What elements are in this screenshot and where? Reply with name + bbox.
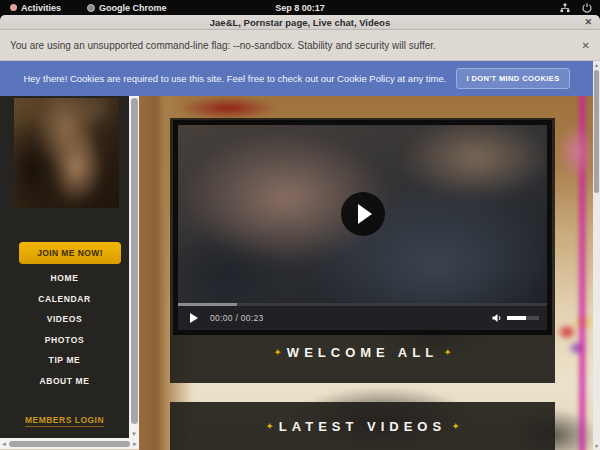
- time-display: 00:00 / 00:23: [210, 313, 264, 323]
- flag-warning-close-button[interactable]: ✕: [582, 40, 590, 51]
- sidebar-item-tip-me[interactable]: TIP ME: [0, 350, 129, 371]
- sidebar-vscroll-thumb[interactable]: [131, 98, 138, 424]
- sidebar-item-photos[interactable]: PHOTOS: [0, 330, 129, 351]
- cookie-message: Hey there! Cookies are required to use t…: [23, 73, 446, 84]
- window-title-bar[interactable]: Jae&L, Pornstar page, Live chat, Videos …: [0, 15, 600, 30]
- main-content: 00:00 / 00:23 ✦WELCOME ALL✦ ✦LATEST V: [139, 96, 593, 450]
- welcome-heading-text: WELCOME ALL: [287, 345, 438, 360]
- sidebar-nav: HOME CALENDAR VIDEOS PHOTOS TIP ME ABOUT…: [0, 268, 129, 391]
- model-photo-thumbnail[interactable]: [14, 98, 119, 208]
- desktop-top-bar: Activities Google Chrome Sep 8 00:17: [0, 0, 600, 15]
- sidebar-item-home[interactable]: HOME: [0, 268, 129, 289]
- sidebar-item-about-me[interactable]: ABOUT ME: [0, 371, 129, 392]
- volume-icon[interactable]: [492, 309, 503, 327]
- video-controls: 00:00 / 00:23: [178, 303, 547, 330]
- scroll-right-icon[interactable]: ►: [131, 441, 139, 447]
- cookie-banner: Hey there! Cookies are required to use t…: [0, 61, 593, 96]
- page-vscroll-thumb[interactable]: [594, 70, 599, 193]
- scroll-up-icon[interactable]: ▲: [593, 62, 600, 68]
- video-player[interactable]: 00:00 / 00:23: [173, 120, 552, 335]
- page-vertical-scrollbar[interactable]: ▲ ▼: [593, 61, 600, 450]
- volume-fill: [507, 316, 526, 320]
- sidebar-horizontal-scrollbar[interactable]: ◄ ►: [0, 438, 139, 449]
- sidebar-item-calendar[interactable]: CALENDAR: [0, 289, 129, 310]
- latest-videos-section: ✦LATEST VIDEOS✦: [170, 402, 555, 450]
- cookie-accept-button[interactable]: I DON'T MIND COOKIES: [456, 68, 569, 89]
- welcome-heading: ✦WELCOME ALL✦: [170, 345, 555, 360]
- volume-slider[interactable]: [507, 316, 539, 320]
- diamond-bullet-icon: ✦: [446, 422, 465, 431]
- flag-warning-text: You are using an unsupported command-lin…: [10, 40, 436, 51]
- controls-play-icon[interactable]: [190, 313, 198, 323]
- scroll-down-icon[interactable]: ▼: [593, 443, 600, 449]
- latest-videos-heading: ✦LATEST VIDEOS✦: [170, 419, 555, 434]
- sidebar-vertical-scrollbar[interactable]: ▼: [129, 96, 139, 438]
- scroll-left-icon[interactable]: ◄: [0, 441, 8, 447]
- clock[interactable]: Sep 8 00:17: [0, 3, 600, 13]
- window-close-button[interactable]: ✕: [584, 17, 592, 27]
- sidebar-item-videos[interactable]: VIDEOS: [0, 309, 129, 330]
- scroll-down-icon[interactable]: ▼: [129, 431, 139, 437]
- join-me-now-button[interactable]: JOIN ME NOW!: [19, 242, 121, 264]
- flag-warning-bar: You are using an unsupported command-lin…: [0, 30, 600, 61]
- play-button[interactable]: [341, 192, 385, 236]
- diamond-bullet-icon: ✦: [438, 348, 457, 357]
- sidebar-hscroll-thumb[interactable]: [9, 441, 130, 447]
- sidebar: JOIN ME NOW! HOME CALENDAR VIDEOS PHOTOS…: [0, 96, 129, 438]
- members-login-link[interactable]: MEMBERS LOGIN: [25, 415, 104, 427]
- welcome-section: 00:00 / 00:23 ✦WELCOME ALL✦: [170, 118, 555, 383]
- video-frame[interactable]: [178, 125, 547, 303]
- window-title: Jae&L, Pornstar page, Live chat, Videos: [210, 17, 390, 28]
- diamond-bullet-icon: ✦: [268, 348, 287, 357]
- diamond-bullet-icon: ✦: [260, 422, 279, 431]
- latest-videos-heading-text: LATEST VIDEOS: [279, 419, 446, 434]
- page-viewport: JOIN ME NOW! HOME CALENDAR VIDEOS PHOTOS…: [0, 61, 600, 450]
